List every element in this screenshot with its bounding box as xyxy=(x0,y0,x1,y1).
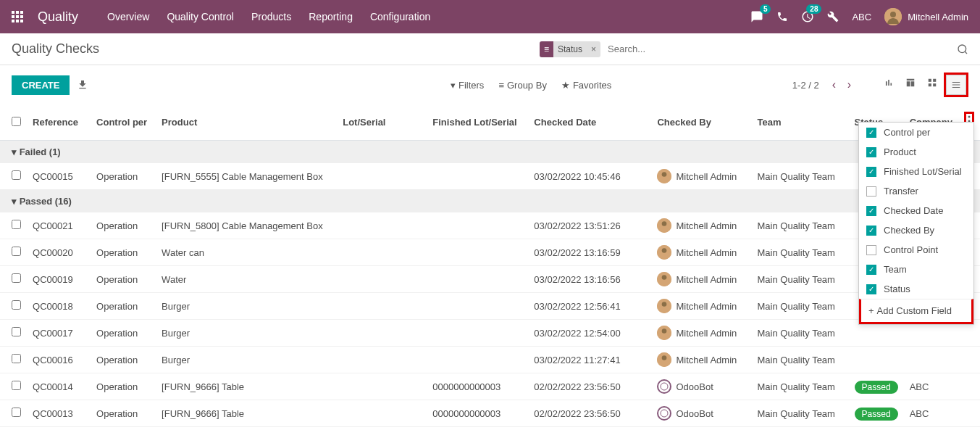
cell-checked-by: Mitchell Admin xyxy=(657,299,745,313)
table-row[interactable]: QC00014Operation[FURN_9666] Table0000000… xyxy=(0,373,980,400)
cell-checked-by: OdooBot xyxy=(657,406,745,421)
pager-prev-button[interactable]: ‹ xyxy=(828,78,840,91)
pager-text[interactable]: 1-2 / 2 xyxy=(792,80,819,91)
view-chart-button[interactable] xyxy=(879,73,899,93)
cell-finished-lot: 0000000000003 xyxy=(427,373,528,400)
col-lot[interactable]: Lot/Serial xyxy=(337,104,427,141)
column-toggle-item[interactable]: Control Point xyxy=(859,240,973,260)
messages-icon[interactable]: 5 xyxy=(750,10,763,23)
view-list-button[interactable] xyxy=(946,75,966,95)
table-row[interactable]: QC00017OperationBurger03/02/2022 12:54:0… xyxy=(0,320,980,347)
table-row[interactable]: QC00019OperationWater03/02/2022 13:16:56… xyxy=(0,266,980,293)
svg-point-8 xyxy=(968,116,970,118)
view-kanban-button[interactable] xyxy=(922,73,942,93)
row-checkbox[interactable] xyxy=(12,247,21,256)
col-checked-by[interactable]: Checked By xyxy=(651,104,751,141)
row-checkbox[interactable] xyxy=(12,408,21,417)
table-row[interactable]: QC00016OperationBurger03/02/2022 11:27:4… xyxy=(0,347,980,373)
column-toggle-item[interactable]: ✓Product xyxy=(859,142,973,162)
nav-overview[interactable]: Overview xyxy=(107,11,149,22)
filter-tag-status[interactable]: ≡ Status × xyxy=(540,41,600,57)
column-toggle-label: Checked Date xyxy=(884,205,943,216)
cell-team: Main Quality Team xyxy=(752,320,849,347)
company-switcher[interactable]: ABC xyxy=(852,12,871,22)
cell-status: Passed xyxy=(849,373,904,400)
cell-checked-date: 03/02/2022 12:56:41 xyxy=(528,293,651,320)
row-checkbox[interactable] xyxy=(12,273,21,283)
search-input[interactable] xyxy=(605,41,952,57)
nav-reporting[interactable]: Reporting xyxy=(309,11,353,22)
checkbox-icon: ✓ xyxy=(866,265,876,275)
column-toggle-item[interactable]: ✓Status xyxy=(859,279,973,299)
cell-checked-by: Mitchell Admin xyxy=(657,169,745,183)
row-checkbox[interactable] xyxy=(12,381,21,390)
cell-reference: QC00021 xyxy=(27,212,91,239)
pager-next-button[interactable]: › xyxy=(843,78,855,91)
col-finished-lot[interactable]: Finished Lot/Serial xyxy=(427,104,528,141)
group-row[interactable]: ▾ Failed (1) xyxy=(0,141,980,164)
column-toggle-item[interactable]: ✓Finished Lot/Serial xyxy=(859,162,973,181)
debug-icon[interactable] xyxy=(827,11,839,22)
view-pivot-button[interactable] xyxy=(900,73,921,93)
column-toggle-item[interactable]: ✓Team xyxy=(859,260,973,279)
cell-lot xyxy=(337,163,427,190)
export-icon[interactable] xyxy=(77,79,88,91)
col-control-per[interactable]: Control per xyxy=(91,104,156,141)
checkbox-icon: ✓ xyxy=(866,206,876,216)
nav-quality-control[interactable]: Quality Control xyxy=(167,11,234,22)
cell-product: [FURN_9666] Table xyxy=(156,400,337,427)
cell-team: Main Quality Team xyxy=(752,266,849,293)
row-checkbox[interactable] xyxy=(12,354,21,363)
column-toggle-item[interactable]: ✓Checked Date xyxy=(859,201,973,220)
user-name: Mitchell Admin xyxy=(908,12,968,22)
cell-control-per: Operation xyxy=(91,163,156,190)
search-icon[interactable] xyxy=(957,44,968,55)
table-row[interactable]: QC00020OperationWater can03/02/2022 13:1… xyxy=(0,239,980,266)
filters-button[interactable]: ▾Filters xyxy=(451,80,484,91)
col-reference[interactable]: Reference xyxy=(27,104,91,141)
group-row[interactable]: ▾ Passed (16) xyxy=(0,190,980,213)
app-brand[interactable]: Quality xyxy=(38,9,78,25)
column-toggle-label: Checked By xyxy=(884,225,934,236)
cell-control-per: Operation xyxy=(91,266,156,293)
nav-products[interactable]: Products xyxy=(251,11,291,22)
column-toggle-label: Product xyxy=(884,146,916,157)
cell-product: Water xyxy=(156,266,337,293)
status-badge: Passed xyxy=(855,408,898,421)
col-checked-date[interactable]: Checked Date xyxy=(528,104,651,141)
row-checkbox[interactable] xyxy=(12,170,21,180)
phone-icon[interactable] xyxy=(776,11,788,22)
nav-configuration[interactable]: Configuration xyxy=(370,11,430,22)
table-row[interactable]: QC00012Operation[FURN_9666] Table0000000… xyxy=(0,427,980,431)
cell-product: Burger xyxy=(156,293,337,320)
col-team[interactable]: Team xyxy=(752,104,849,141)
activities-icon[interactable]: 28 xyxy=(801,10,814,23)
column-toggle-item[interactable]: Transfer xyxy=(859,181,973,201)
create-button[interactable]: CREATE xyxy=(12,75,70,95)
svg-point-18 xyxy=(662,275,667,280)
cell-lot xyxy=(337,239,427,266)
table-row[interactable]: QC00021Operation[FURN_5800] Cable Manage… xyxy=(0,212,980,239)
row-checkbox[interactable] xyxy=(12,300,21,310)
favorites-button[interactable]: ★Favorites xyxy=(561,80,611,91)
user-menu[interactable]: Mitchell Admin xyxy=(884,8,968,25)
cell-status: Passed xyxy=(849,400,904,427)
column-toggle-item[interactable]: ✓Checked By xyxy=(859,220,973,240)
apps-icon[interactable] xyxy=(12,11,23,22)
column-toggle-item[interactable]: ✓Control per xyxy=(859,123,973,142)
groupby-button[interactable]: ≡Group By xyxy=(498,80,547,91)
row-checkbox[interactable] xyxy=(12,327,21,336)
cell-control-per: Operation xyxy=(91,400,156,427)
group-label: Failed (1) xyxy=(20,146,61,157)
row-checkbox[interactable] xyxy=(12,220,21,229)
add-custom-field-button[interactable]: + Add Custom Field xyxy=(859,299,973,324)
table-row[interactable]: QC00013Operation[FURN_9666] Table0000000… xyxy=(0,400,980,427)
cell-company: ABC xyxy=(904,373,958,400)
table-row[interactable]: QC00018OperationBurger03/02/2022 12:56:4… xyxy=(0,293,980,320)
close-icon[interactable]: × xyxy=(587,44,600,54)
group-label: Passed (16) xyxy=(20,196,72,207)
col-product[interactable]: Product xyxy=(156,104,337,141)
table-row[interactable]: QC00015Operation[FURN_5555] Cable Manage… xyxy=(0,163,980,190)
select-all-checkbox[interactable] xyxy=(12,117,21,126)
cell-finished-lot xyxy=(427,347,528,373)
